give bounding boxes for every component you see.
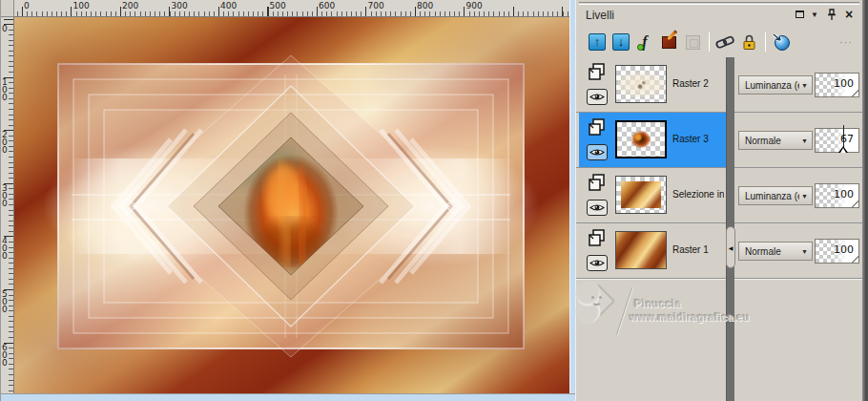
visibility-toggle[interactable] [587,89,608,105]
layer-row-raster3[interactable]: Raster 3 Normale ▼ 67 [576,113,862,168]
ruler-label: 400 [2,237,9,260]
ruler-label: 500 [270,1,286,11]
edit-layer-button[interactable] [657,31,680,53]
pin-panel-button[interactable] [824,8,839,21]
smiley-icon [589,294,607,307]
layer-row-raster2[interactable]: Raster 2 Luminanza (e) ▼ 100 [576,57,862,113]
visibility-toggle[interactable] [587,144,608,160]
blend-mode-dropdown[interactable]: Luminanza (e) ▼ [738,75,813,95]
opacity-field[interactable]: 100 [815,73,859,97]
layer-thumbnail[interactable] [615,231,667,269]
panel-title: Livelli [586,9,614,22]
move-layer-up-button[interactable]: ↑ [586,31,609,53]
lock-transparency-button[interactable] [737,31,760,53]
thumbnail-image [618,68,664,100]
visibility-toggle[interactable] [587,200,608,216]
layer-thumbnail[interactable] [615,65,667,103]
layer-icon-stack [587,228,610,271]
layer-type-icon [587,62,608,82]
blend-mode-value: Luminanza (e) [745,191,799,201]
arrow-down-icon: ↓ [612,33,630,51]
application-workspace: 0100200300400500600700800900 01002003004… [0,0,868,401]
layer-name[interactable]: Raster 2 [672,78,724,89]
eye-icon [589,202,605,213]
opacity-field[interactable]: 100 [815,239,859,264]
vertical-ruler: 0100200300400500600 [1,17,14,393]
move-layer-down-button[interactable]: ↓ [610,31,632,53]
eye-icon [589,147,605,158]
ruler-label: 200 [122,1,138,11]
layer-type-icon [587,173,608,193]
visibility-toggle[interactable] [587,255,608,271]
spinner-grip-icon[interactable] [851,255,858,263]
canvas-image[interactable] [14,17,569,393]
layer-row-raster1[interactable]: Raster 1 Normale ▼ 100 [576,223,862,279]
pencil-icon [666,29,677,40]
pin-icon [827,9,837,21]
blend-mode-value: Luminanza (e) [745,80,799,91]
chain-link-icon [714,34,735,50]
layer-thumbnail[interactable] [615,120,667,158]
artwork-svg [14,17,569,393]
duplicate-layer-button-disabled [681,31,704,53]
panel-toolbar: ↑ ↓ f ··· [576,27,862,57]
window-edge-strip [862,0,868,401]
layer-row-left: Raster 1 [579,223,726,278]
blend-mode-dropdown[interactable]: Normale ▼ [738,131,813,150]
layer-type-icon [587,117,608,137]
watermark-url: www.maidiragrafica.eu [630,311,750,323]
ruler-label: 600 [319,1,335,11]
watermark: Pinuccia www.maidiragrafica.eu [582,285,792,351]
panel-menu-button[interactable]: ▼ [807,8,822,21]
disabled-layer-icon [686,35,700,50]
ruler-label: 600 [2,344,9,367]
image-window: 0100200300400500600700800900 01002003004… [0,0,575,401]
opacity-field[interactable]: 67 [815,128,859,153]
layer-icon-stack [587,173,610,216]
ruler-label: 400 [220,1,237,11]
spinner-grip-icon[interactable] [851,89,858,96]
close-panel-button[interactable]: × [841,8,857,21]
layer-name[interactable]: Selezione innalz [672,189,724,200]
splitter-handle[interactable]: ◀ [726,226,735,268]
arrow-up-icon: ↑ [589,33,606,51]
layer-icon-stack [587,62,610,105]
collapse-left-icon: ◀ [729,244,734,251]
layer-list: Raster 2 Luminanza (e) ▼ 100 [576,57,862,279]
layer-row-selezione[interactable]: Selezione innalz Luminanza (e) ▼ 100 [576,168,862,223]
ruler-label: 900 [466,1,483,11]
opacity-field[interactable]: 100 [815,183,859,208]
maximize-icon [796,11,804,18]
lock-icon [741,33,757,51]
thumbnail-image [617,122,665,157]
toolbar-separator [765,32,766,52]
layer-thumbnail[interactable] [615,176,667,214]
eye-icon [589,258,605,268]
blend-mode-dropdown[interactable]: Normale ▼ [738,242,813,261]
chevron-down-icon: ▼ [801,137,808,144]
layer-styles-button[interactable]: f [633,31,656,53]
ruler-ticks-major [14,7,569,16]
ruler-label: 100 [2,78,9,101]
maximize-panel-button[interactable] [792,8,807,21]
layer-row-left: Raster 2 [579,57,726,112]
ruler-label: 200 [2,131,9,154]
layer-name[interactable]: Raster 3 [672,134,724,144]
layers-panel: Livelli ▼ × ↑ ↓ f [575,0,862,401]
layer-type-icon [587,228,608,248]
eye-icon [589,92,605,102]
toolbar-overflow-grip[interactable]: ··· [839,36,853,48]
chevron-down-icon: ▼ [801,82,808,89]
blend-mode-dropdown[interactable]: Luminanza (e) ▼ [738,186,813,205]
ruler-label: 300 [172,1,188,11]
link-layers-button[interactable] [713,31,736,53]
layer-icon-stack [587,117,610,160]
spinner-grip-icon[interactable] [851,200,858,207]
thumbnail-image [616,232,666,268]
layer-name[interactable]: Raster 1 [672,244,724,255]
fx-dot-icon [637,44,644,51]
ruler-label: 0 [24,1,30,11]
opacity-slider-thumb[interactable] [838,146,848,153]
chevron-down-icon: ▼ [801,248,808,255]
edit-selection-button[interactable] [770,31,793,53]
